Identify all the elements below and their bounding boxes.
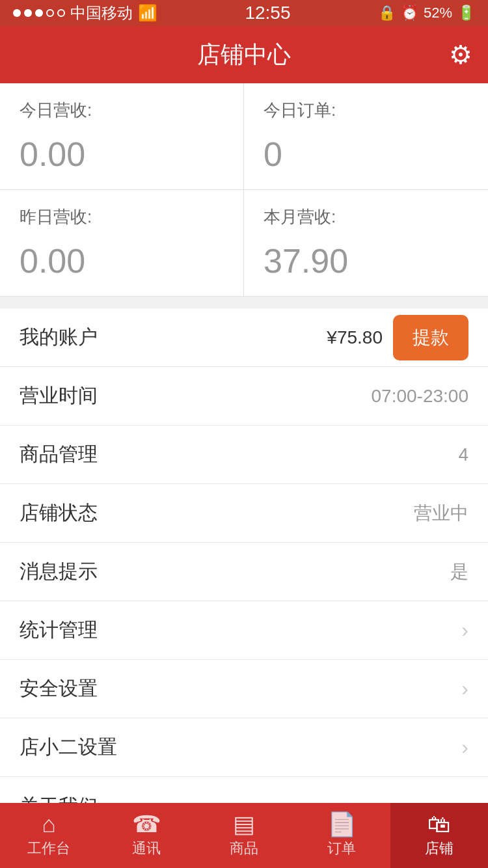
product-manage-value: 4: [458, 444, 468, 465]
security-settings-label: 安全设置: [20, 675, 98, 702]
status-right: 🔒 ⏰ 52% 🔋: [378, 5, 475, 21]
list-item-account[interactable]: 我的账户 ¥75.80 提款: [0, 308, 488, 367]
alarm-icon: ⏰: [401, 5, 418, 21]
chevron-right-icon-3: ›: [461, 735, 468, 759]
signal-dots: [13, 9, 65, 17]
workbench-icon: ⌂: [42, 813, 56, 836]
orders-icon: 📄: [327, 813, 357, 836]
stat-today-revenue-value: 0.00: [20, 135, 224, 174]
business-hours-right: 07:00-23:00: [372, 386, 468, 407]
store-status-label: 店铺状态: [20, 500, 98, 526]
product-manage-label: 商品管理: [20, 441, 98, 468]
orders-label: 订单: [327, 839, 356, 858]
business-hours-value: 07:00-23:00: [372, 386, 468, 407]
security-settings-right: ›: [461, 677, 468, 701]
contacts-icon: ☎: [132, 813, 161, 836]
dot-4: [46, 9, 54, 17]
account-value: ¥75.80: [327, 327, 383, 348]
notification-value: 是: [450, 560, 468, 584]
bottom-nav: ⌂ 工作台 ☎ 通讯 ▤ 商品 📄 订单 🛍 店铺: [0, 803, 488, 868]
nav-workbench[interactable]: ⌂ 工作台: [0, 803, 98, 868]
wifi-icon: 📶: [138, 4, 157, 22]
chevron-right-icon: ›: [461, 618, 468, 642]
stats-manage-label: 统计管理: [20, 617, 98, 644]
stat-yesterday-revenue: 昨日营收: 0.00: [0, 190, 244, 296]
store-icon: 🛍: [427, 813, 451, 836]
store-status-value: 营业中: [414, 501, 468, 526]
products-label: 商品: [230, 839, 258, 858]
stat-yesterday-revenue-label: 昨日营收:: [20, 206, 224, 228]
dot-2: [24, 9, 32, 17]
notification-label: 消息提示: [20, 558, 98, 585]
stat-today-orders-label: 今日订单:: [264, 99, 468, 122]
battery-label: 52%: [424, 5, 452, 21]
product-manage-right: 4: [458, 444, 468, 465]
stat-monthly-revenue-label: 本月营收:: [264, 206, 468, 228]
status-left: 中国移动 📶: [13, 3, 157, 23]
stat-yesterday-revenue-value: 0.00: [20, 241, 224, 280]
carrier-label: 中国移动: [70, 3, 133, 23]
stat-monthly-revenue: 本月营收: 37.90: [244, 190, 488, 296]
store-label: 店铺: [425, 839, 454, 858]
stat-today-revenue: 今日营收: 0.00: [0, 83, 244, 190]
list-item-store-status[interactable]: 店铺状态 营业中: [0, 484, 488, 543]
chevron-right-icon-2: ›: [461, 677, 468, 701]
list-item-product-manage[interactable]: 商品管理 4: [0, 426, 488, 484]
list-section: 我的账户 ¥75.80 提款 营业时间 07:00-23:00 商品管理 4 店…: [0, 308, 488, 835]
dot-5: [57, 9, 65, 17]
nav-contacts[interactable]: ☎ 通讯: [98, 803, 195, 868]
assistant-settings-right: ›: [461, 735, 468, 759]
account-right: ¥75.80 提款: [327, 315, 468, 360]
dot-1: [13, 9, 21, 17]
nav-orders[interactable]: 📄 订单: [293, 803, 390, 868]
stat-today-orders: 今日订单: 0: [244, 83, 488, 190]
stats-grid: 今日营收: 0.00 今日订单: 0 昨日营收: 0.00 本月营收: 37.9…: [0, 83, 488, 297]
stats-manage-right: ›: [461, 618, 468, 642]
page-title: 店铺中心: [197, 39, 291, 71]
list-item-stats-manage[interactable]: 统计管理 ›: [0, 601, 488, 660]
stat-today-revenue-label: 今日营收:: [20, 99, 224, 122]
nav-store[interactable]: 🛍 店铺: [390, 803, 488, 868]
contacts-label: 通讯: [132, 839, 161, 858]
stat-today-orders-value: 0: [264, 135, 468, 174]
products-icon: ▤: [233, 813, 255, 836]
battery-icon: 🔋: [457, 5, 475, 21]
dot-3: [35, 9, 43, 17]
store-status-right: 营业中: [414, 501, 468, 526]
account-label: 我的账户: [20, 324, 98, 351]
header: 店铺中心 ⚙: [0, 26, 488, 83]
notification-right: 是: [450, 560, 468, 584]
list-item-business-hours[interactable]: 营业时间 07:00-23:00: [0, 367, 488, 426]
workbench-label: 工作台: [27, 839, 70, 858]
list-item-assistant-settings[interactable]: 店小二设置 ›: [0, 718, 488, 777]
status-time: 12:55: [245, 3, 290, 23]
list-item-notification[interactable]: 消息提示 是: [0, 543, 488, 601]
nav-products[interactable]: ▤ 商品: [195, 803, 293, 868]
list-item-security-settings[interactable]: 安全设置 ›: [0, 660, 488, 718]
lock-icon: 🔒: [378, 5, 396, 21]
assistant-settings-label: 店小二设置: [20, 734, 117, 761]
withdraw-button[interactable]: 提款: [393, 315, 468, 360]
stat-monthly-revenue-value: 37.90: [264, 241, 468, 280]
business-hours-label: 营业时间: [20, 383, 98, 409]
separator: [0, 297, 488, 308]
status-bar: 中国移动 📶 12:55 🔒 ⏰ 52% 🔋: [0, 0, 488, 26]
settings-icon[interactable]: ⚙: [449, 40, 472, 70]
